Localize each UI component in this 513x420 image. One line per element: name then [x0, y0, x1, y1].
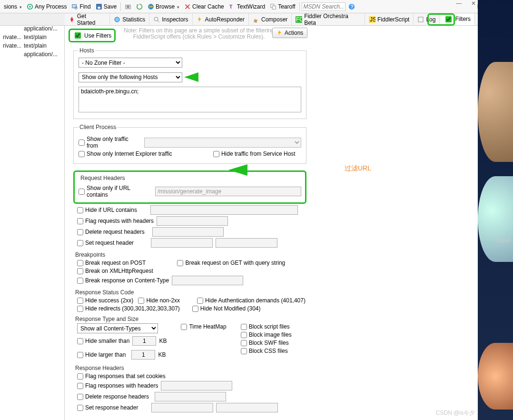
csdn-watermark: CSDN @is今夕: [436, 409, 475, 417]
sessions-dropdown[interactable]: sions: [2, 2, 24, 11]
flag-req-headers-checkbox[interactable]: Flag requests with headers: [77, 218, 154, 224]
zone-filter-select[interactable]: - No Zone Filter -: [79, 58, 182, 68]
set-req-header-value[interactable]: [216, 238, 277, 248]
filter-url-label: 过滤URL: [345, 164, 371, 173]
hide-url-contains-checkbox[interactable]: Hide if URL contains: [77, 207, 137, 213]
save-button[interactable]: Save: [94, 2, 118, 11]
hide-non2xx-checkbox[interactable]: Hide non-2xx: [138, 297, 180, 304]
smaller-value[interactable]: [132, 336, 156, 346]
break-get-qs-checkbox[interactable]: Break request on GET with query string: [177, 260, 285, 266]
hide-redirects-checkbox[interactable]: Hide redirects (300,301,302,303,307): [77, 305, 180, 312]
host-filter-select[interactable]: Show only the following Hosts: [79, 72, 182, 82]
session-row[interactable]: application/...: [0, 50, 64, 59]
break-xhr-checkbox[interactable]: Break on XMLHttpRequest: [77, 268, 153, 274]
replay-icon: [136, 3, 143, 10]
block-image-checkbox[interactable]: Block image files: [241, 331, 292, 338]
hide-svchost-checkbox[interactable]: Hide traffic from Service Host: [213, 150, 296, 157]
block-script-checkbox[interactable]: Block script files: [241, 323, 292, 330]
hosts-legend: Hosts: [79, 47, 95, 54]
hide-2xx-checkbox[interactable]: Hide success (2xx): [77, 297, 133, 304]
cp-legend: Client Process: [79, 124, 117, 130]
log-icon: [417, 16, 424, 23]
session-row[interactable]: rivate...text/plain: [0, 42, 64, 50]
tearoff-icon: [270, 3, 276, 10]
js-icon: JS: [369, 16, 375, 23]
resph-legend: Response Headers: [75, 365, 474, 371]
help-button[interactable]: ?: [346, 2, 357, 11]
close-icon[interactable]: ✕: [471, 0, 476, 7]
camera-button[interactable]: [123, 2, 133, 11]
bolt-icon: [197, 16, 203, 23]
block-swf-checkbox[interactable]: Block SWF files: [241, 340, 292, 346]
browse-button[interactable]: Browse: [146, 2, 181, 11]
session-row[interactable]: application/...: [0, 25, 64, 33]
svg-rect-2: [72, 4, 77, 8]
set-req-header-checkbox[interactable]: Set request header: [77, 240, 134, 246]
textwizard-button[interactable]: T TextWizard: [227, 2, 267, 11]
flag-resp-headers-checkbox[interactable]: Flag responses with headers: [77, 382, 158, 389]
break-post-checkbox[interactable]: Break request on POST: [77, 260, 146, 266]
hide-smaller-checkbox[interactable]: Hide smaller than: [77, 338, 129, 344]
kb-label: KB: [159, 338, 167, 344]
rts-legend: Response Type and Size: [75, 316, 474, 322]
tab-autoresponder[interactable]: AutoResponder: [193, 13, 249, 25]
only-ie-checkbox[interactable]: Show only Internet Explorer traffic: [79, 150, 172, 157]
clear-cache-button[interactable]: Clear Cache: [182, 2, 226, 11]
flag-resp-headers-input[interactable]: [161, 381, 232, 390]
hide-url-input[interactable]: [150, 205, 298, 215]
content-type-select[interactable]: Show all Content-Types: [77, 323, 158, 333]
session-row[interactable]: rivate...text/plain: [0, 33, 64, 42]
set-resp-header-value[interactable]: [216, 403, 278, 412]
fo-icon: FO: [296, 16, 302, 23]
delete-req-headers-checkbox[interactable]: Delete request headers: [77, 229, 145, 235]
delete-resp-headers-input[interactable]: [155, 392, 226, 401]
larger-value[interactable]: [131, 350, 155, 360]
set-resp-header-checkbox[interactable]: Set response header: [77, 404, 138, 411]
msdn-search-input[interactable]: [302, 2, 345, 11]
tab-statistics[interactable]: Statistics: [110, 13, 149, 25]
find-button[interactable]: Find: [69, 2, 92, 11]
minimize-icon[interactable]: —: [456, 0, 462, 7]
background-panel: ©DEEP: [478, 0, 513, 420]
stats-icon: [114, 16, 120, 23]
host-list-textarea[interactable]: bdaicloth-pre.bingu.cn;: [79, 87, 301, 112]
use-filters-checkbox[interactable]: Use Filters: [69, 29, 116, 42]
svg-point-17: [154, 17, 158, 21]
break-ct-input[interactable]: [172, 276, 243, 285]
only-url-input[interactable]: [155, 187, 301, 196]
break-ct-checkbox[interactable]: Break response on Content-Type: [77, 277, 169, 284]
target-icon: [27, 3, 33, 10]
tab-composer[interactable]: Composer: [249, 13, 292, 25]
tab-inspectors[interactable]: Inspectors: [149, 13, 192, 25]
flag-req-headers-input[interactable]: [157, 216, 228, 226]
filters-tab-checkbox[interactable]: [445, 16, 452, 22]
block-css-checkbox[interactable]: Block CSS files: [241, 348, 292, 354]
hide-auth-checkbox[interactable]: Hide Authentication demands (401,407): [197, 297, 306, 304]
tab-fiddlerscript[interactable]: JSFiddlerScript: [365, 13, 414, 25]
deep-watermark: ©DEEP: [494, 238, 511, 243]
rh-legend: Request Headers: [79, 175, 126, 181]
flag-cookie-checkbox[interactable]: Flag responses that set cookies: [77, 373, 166, 380]
set-resp-header-name[interactable]: [151, 403, 213, 412]
delete-resp-headers-checkbox[interactable]: Delete response headers: [77, 393, 149, 400]
hide-larger-checkbox[interactable]: Hide larger than: [77, 351, 126, 358]
show-only-from-checkbox[interactable]: Show only traffic from: [79, 136, 141, 149]
hosts-group: Hosts - No Zone Filter - Show only the f…: [73, 47, 306, 119]
svg-point-16: [115, 17, 119, 22]
any-process-button[interactable]: Any Process: [25, 2, 69, 11]
delete-req-headers-input[interactable]: [152, 227, 224, 237]
tearoff-button[interactable]: Tearoff: [268, 2, 297, 11]
set-req-header-name[interactable]: [151, 238, 213, 248]
time-heatmap-checkbox[interactable]: Time HeatMap: [181, 323, 226, 330]
tab-get-started[interactable]: Get Started: [65, 13, 110, 25]
svg-rect-5: [98, 7, 100, 9]
tab-filters[interactable]: Filters: [440, 13, 475, 25]
replay-button[interactable]: [134, 2, 145, 11]
help-icon: ?: [348, 3, 355, 10]
arrow-annotation: [184, 70, 270, 84]
only-url-contains-checkbox[interactable]: Show only if URL contains: [79, 185, 152, 198]
tab-orchestra[interactable]: FOFiddler Orchestra Beta: [292, 13, 365, 25]
hide-304-checkbox[interactable]: Hide Not Modified (304): [192, 305, 261, 312]
kb-label: KB: [158, 351, 166, 358]
tab-log[interactable]: Log: [414, 13, 440, 25]
